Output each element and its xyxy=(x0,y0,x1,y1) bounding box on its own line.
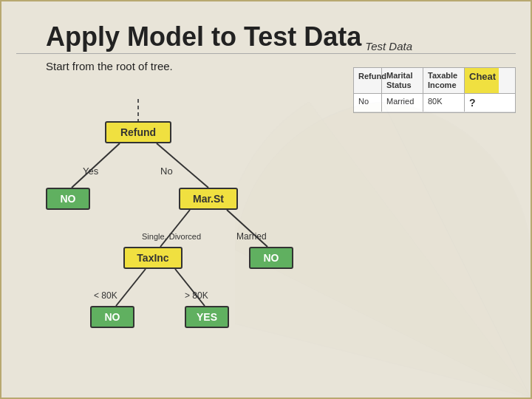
td-cheat: ? xyxy=(465,94,499,112)
svg-text:Yes: Yes xyxy=(83,166,99,177)
table-header: Refund Marital Status Taxable Income Che… xyxy=(354,68,515,94)
tree-svg: Yes No Single, Divorced Married < 80K > … xyxy=(31,78,312,344)
start-text: Start from the root of tree. xyxy=(46,60,353,72)
refund-node: Refund xyxy=(105,121,171,143)
tree-diagram: Start from the root of tree. xyxy=(31,60,353,344)
test-data-table: Refund Marital Status Taxable Income Che… xyxy=(353,67,516,344)
taxinc-node: TaxInc xyxy=(123,247,183,269)
no-leaf-3: NO xyxy=(90,306,134,328)
slide: Apply Model to Test Data Test Data Start… xyxy=(0,0,532,399)
no-leaf-2: NO xyxy=(249,247,293,269)
th-marital: Marital Status xyxy=(382,68,423,93)
svg-text:> 80K: > 80K xyxy=(185,290,208,301)
svg-line-5 xyxy=(116,269,146,306)
th-taxable: Taxable Income xyxy=(423,68,465,93)
marst-node: Mar.St xyxy=(179,188,238,210)
no-leaf-1: NO xyxy=(46,188,90,210)
svg-line-3 xyxy=(160,210,190,247)
slide-title: Apply Model to Test Data xyxy=(1,1,531,52)
yes-leaf: YES xyxy=(185,306,229,328)
th-cheat: Cheat xyxy=(465,68,499,93)
svg-text:Single, Divorced: Single, Divorced xyxy=(142,232,201,241)
svg-text:No: No xyxy=(160,166,173,177)
table-row: No Married 80K ? xyxy=(354,94,515,112)
td-marital: Married xyxy=(382,94,423,112)
svg-text:< 80K: < 80K xyxy=(94,290,117,301)
svg-text:Married: Married xyxy=(236,231,267,242)
td-refund: No xyxy=(354,94,382,112)
subtitle: Test Data xyxy=(365,40,412,52)
td-taxable: 80K xyxy=(423,94,465,112)
th-refund: Refund xyxy=(354,68,382,93)
